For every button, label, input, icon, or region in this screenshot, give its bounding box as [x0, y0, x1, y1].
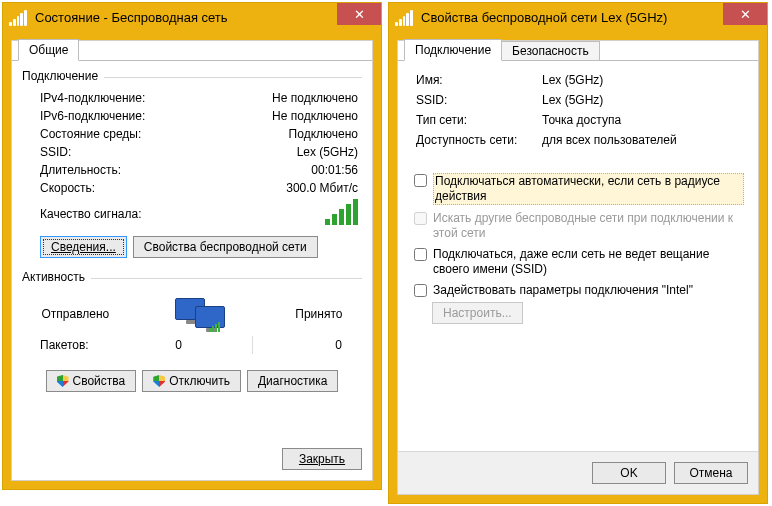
name-value: Lex (5GHz) [542, 73, 744, 87]
speed-value: 300.0 Мбит/с [219, 179, 362, 197]
ipv6-value: Не подключено [219, 107, 362, 125]
intel-params-checkbox[interactable] [414, 284, 427, 297]
tab-connection[interactable]: Подключение [404, 39, 502, 61]
activity-graphic: Отправлено Принято [22, 294, 362, 334]
availability-value: для всех пользователей [542, 133, 744, 147]
duration-value: 00:01:56 [219, 161, 362, 179]
packets-label: Пакетов: [22, 338, 122, 352]
configure-button: Настроить... [432, 302, 523, 324]
availability-label: Доступность сети: [412, 133, 542, 147]
autoconnect-label[interactable]: Подключаться автоматически, если сеть в … [433, 173, 744, 205]
signal-bars-icon [219, 197, 362, 230]
close-icon[interactable]: ✕ [723, 3, 767, 25]
speed-label: Скорость: [22, 179, 219, 197]
network-monitors-icon [175, 294, 229, 334]
autoconnect-checkbox[interactable] [414, 174, 427, 187]
tab-general[interactable]: Общие [18, 39, 79, 61]
ipv6-label: IPv6-подключение: [22, 107, 219, 125]
duration-label: Длительность: [22, 161, 219, 179]
diagnose-button[interactable]: Диагностика [247, 370, 339, 392]
close-button[interactable]: Закрыть [282, 448, 362, 470]
wifi-icon [9, 10, 27, 26]
details-button[interactable]: Сведения... [40, 236, 127, 258]
ssid-label: SSID: [22, 143, 219, 161]
shield-icon [57, 375, 69, 387]
disable-button[interactable]: Отключить [142, 370, 241, 392]
ok-button[interactable]: OK [592, 462, 666, 484]
search-other-checkbox [414, 212, 427, 225]
intel-params-label[interactable]: Задействовать параметры подключения "Int… [433, 283, 744, 298]
connection-table: IPv4-подключение: Не подключено IPv6-под… [22, 89, 362, 230]
shield-icon [153, 375, 165, 387]
wireless-properties-button[interactable]: Свойства беспроводной сети [133, 236, 318, 258]
ipv4-label: IPv4-подключение: [22, 89, 219, 107]
window-title: Свойства беспроводной сети Lex (5GHz) [421, 10, 667, 25]
group-connection-label: Подключение [22, 69, 98, 83]
close-icon[interactable]: ✕ [337, 3, 381, 25]
name-label: Имя: [412, 73, 542, 87]
media-state-label: Состояние среды: [22, 125, 219, 143]
packets-sent: 0 [122, 338, 222, 352]
packets-recv: 0 [282, 338, 362, 352]
properties-button[interactable]: Свойства [46, 370, 137, 392]
ipv4-value: Не подключено [219, 89, 362, 107]
cancel-button[interactable]: Отмена [674, 462, 748, 484]
sent-label: Отправлено [42, 307, 110, 321]
nettype-value: Точка доступа [542, 113, 744, 127]
nettype-label: Тип сети: [412, 113, 542, 127]
hidden-ssid-checkbox[interactable] [414, 248, 427, 261]
ssid-label: SSID: [412, 93, 542, 107]
status-window: Состояние - Беспроводная сеть ✕ Общие По… [2, 2, 382, 490]
titlebar[interactable]: Состояние - Беспроводная сеть ✕ [3, 3, 381, 32]
window-title: Состояние - Беспроводная сеть [35, 10, 228, 25]
recv-label: Принято [295, 307, 342, 321]
tab-security[interactable]: Безопасность [501, 41, 600, 61]
titlebar[interactable]: Свойства беспроводной сети Lex (5GHz) ✕ [389, 3, 767, 32]
properties-window: Свойства беспроводной сети Lex (5GHz) ✕ … [388, 2, 768, 504]
ssid-value: Lex (5GHz) [542, 93, 744, 107]
group-activity-label: Активность [22, 270, 85, 284]
signal-label: Качество сигнала: [22, 197, 219, 230]
hidden-ssid-label[interactable]: Подключаться, даже если сеть не ведет ве… [433, 247, 744, 277]
search-other-label: Искать другие беспроводные сети при подк… [433, 211, 744, 241]
ssid-value: Lex (5GHz) [219, 143, 362, 161]
media-state-value: Подключено [219, 125, 362, 143]
wifi-icon [395, 10, 413, 26]
